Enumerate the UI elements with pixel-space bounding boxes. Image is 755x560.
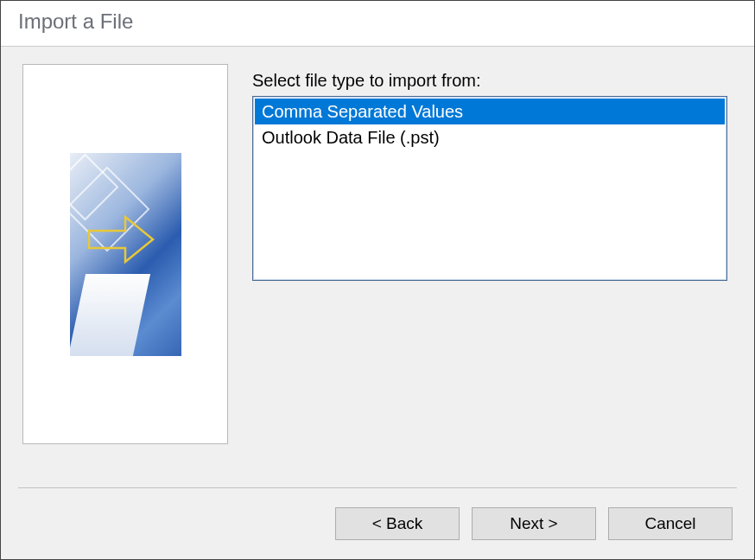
import-file-dialog: Import a File Select file type to import…: [0, 0, 755, 560]
button-row: < Back Next > Cancel: [335, 507, 733, 540]
next-button[interactable]: Next >: [472, 507, 596, 540]
divider: [18, 487, 737, 488]
file-type-list[interactable]: Comma Separated ValuesOutlook Data File …: [252, 96, 727, 281]
wizard-illustration: [70, 153, 181, 356]
content-area: Select file type to import from: Comma S…: [1, 47, 754, 559]
dialog-title: Import a File: [18, 10, 737, 34]
illustration-frame: [22, 64, 228, 444]
back-button[interactable]: < Back: [335, 507, 460, 540]
file-type-option[interactable]: Outlook Data File (.pst): [255, 124, 725, 150]
file-type-label: Select file type to import from:: [252, 71, 733, 91]
titlebar: Import a File: [1, 1, 754, 47]
file-type-option[interactable]: Comma Separated Values: [255, 99, 725, 124]
main-panel: Select file type to import from: Comma S…: [252, 64, 733, 542]
arrow-icon: [87, 215, 155, 264]
cancel-button[interactable]: Cancel: [608, 507, 733, 540]
